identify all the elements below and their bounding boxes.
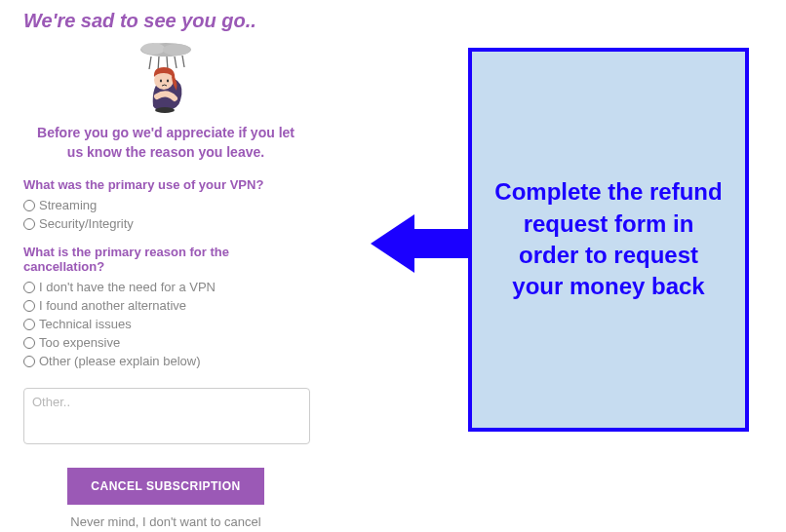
question-label: What is the primary reason for the cance… bbox=[23, 245, 308, 274]
sad-illustration bbox=[23, 38, 308, 114]
option-label: I found another alternative bbox=[39, 298, 186, 313]
svg-point-11 bbox=[155, 107, 175, 113]
other-reason-field[interactable] bbox=[23, 388, 310, 444]
svg-point-10 bbox=[167, 80, 169, 83]
radio-input[interactable] bbox=[23, 356, 35, 367]
page-title: We're sad to see you go.. bbox=[23, 10, 308, 32]
svg-point-9 bbox=[160, 80, 162, 83]
svg-line-6 bbox=[175, 57, 177, 68]
radio-input[interactable] bbox=[23, 282, 35, 293]
option-label: I don't have the need for a VPN bbox=[39, 280, 216, 294]
svg-point-1 bbox=[141, 43, 165, 55]
svg-line-3 bbox=[149, 57, 151, 69]
option-label: Security/Integrity bbox=[39, 216, 134, 231]
callout-text: Complete the refund request form in orde… bbox=[491, 176, 726, 303]
cancel-subscription-button[interactable]: CANCEL SUBSCRIPTION bbox=[67, 468, 263, 505]
svg-line-7 bbox=[182, 56, 184, 67]
sub-heading: Before you go we'd appreciate if you let… bbox=[23, 124, 308, 162]
option-streaming[interactable]: Streaming bbox=[23, 198, 308, 212]
nevermind-link[interactable]: Never mind, I don't want to cancel bbox=[23, 514, 308, 529]
question-cancel-reason: What is the primary reason for the cance… bbox=[23, 245, 308, 368]
option-label: Other (please explain below) bbox=[39, 354, 200, 368]
annotation-callout: Complete the refund request form in orde… bbox=[468, 48, 749, 432]
option-no-need[interactable]: I don't have the need for a VPN bbox=[23, 280, 308, 294]
svg-point-2 bbox=[163, 44, 190, 56]
option-other[interactable]: Other (please explain below) bbox=[23, 354, 308, 368]
question-primary-use: What was the primary use of your VPN? St… bbox=[23, 177, 308, 231]
option-label: Too expensive bbox=[39, 335, 120, 350]
option-expensive[interactable]: Too expensive bbox=[23, 335, 308, 350]
option-label: Streaming bbox=[39, 198, 97, 212]
radio-input[interactable] bbox=[23, 337, 35, 349]
option-security[interactable]: Security/Integrity bbox=[23, 216, 308, 231]
question-label: What was the primary use of your VPN? bbox=[23, 177, 308, 192]
cancellation-form: We're sad to see you go.. Before you go … bbox=[0, 0, 322, 532]
option-alternative[interactable]: I found another alternative bbox=[23, 298, 308, 313]
radio-input[interactable] bbox=[23, 300, 35, 312]
radio-input[interactable] bbox=[23, 319, 35, 330]
radio-input[interactable] bbox=[23, 200, 35, 211]
option-technical[interactable]: Technical issues bbox=[23, 317, 308, 331]
option-label: Technical issues bbox=[39, 317, 132, 331]
radio-input[interactable] bbox=[23, 218, 35, 230]
